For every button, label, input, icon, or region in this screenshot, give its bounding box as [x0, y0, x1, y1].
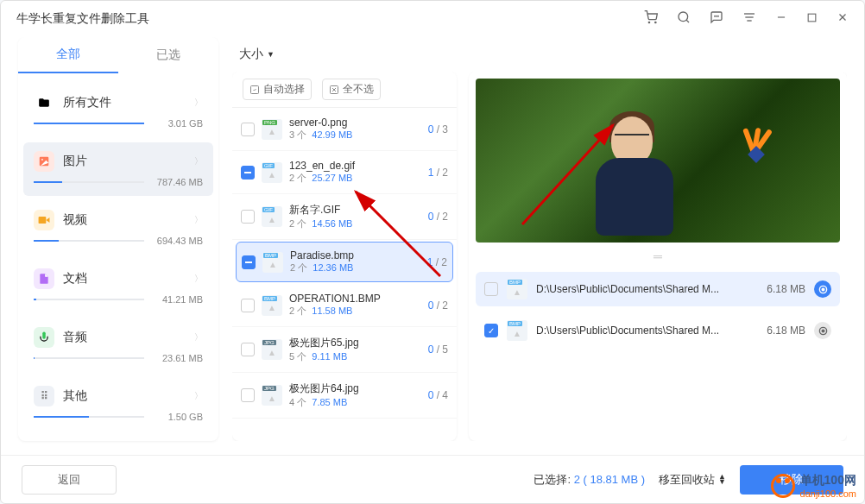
- tab-all[interactable]: 全部: [18, 37, 118, 73]
- file-count: 0 / 4: [428, 389, 448, 401]
- file-count: 0 / 5: [428, 343, 448, 356]
- vid-icon: [34, 210, 54, 230]
- path-list: BMP ▲ D:\Users\Public\Documents\Shared M…: [469, 265, 847, 441]
- file-checkbox[interactable]: [241, 299, 255, 312]
- main-panel: 大小 ▼ 自动选择 全不选: [232, 37, 847, 441]
- file-ext-badge: PNG: [262, 120, 277, 125]
- svg-point-23: [822, 288, 824, 291]
- move-recycle-dropdown[interactable]: 移至回收站 ▲▼: [659, 472, 726, 488]
- cart-icon[interactable]: [644, 10, 658, 28]
- path-size: 6.18 MB: [767, 283, 805, 295]
- menu-icon[interactable]: [742, 10, 756, 28]
- file-checkbox[interactable]: [241, 166, 255, 180]
- file-thumb-icon: BMP ▲: [262, 295, 282, 316]
- sidebar-item-aud[interactable]: 音频 〉 23.61 MB: [23, 318, 213, 372]
- titlebar: 牛学长重复文件删除工具: [1, 1, 864, 37]
- file-item[interactable]: PNG ▲ server-0.png 3 个 42.99 MB 0 / 3: [232, 108, 457, 151]
- file-item[interactable]: GIF ▲ 123_en_de.gif 2 个 25.27 MB 1 / 2: [232, 151, 457, 194]
- auto-select-button[interactable]: 自动选择: [243, 79, 312, 100]
- file-count: 0 / 2: [428, 299, 448, 312]
- file-checkbox[interactable]: [241, 123, 255, 136]
- file-name: 123_en_de.gif: [289, 160, 421, 172]
- file-checkbox[interactable]: [242, 255, 256, 269]
- sidebar-item-doc[interactable]: 文档 〉 41.21 MB: [23, 260, 213, 313]
- sort-label: 大小: [239, 47, 263, 62]
- selected-count: 2: [574, 473, 580, 486]
- preview-image: [476, 79, 840, 243]
- file-meta: 2 个 11.58 MB: [289, 305, 421, 318]
- file-ext-badge: GIF: [262, 207, 275, 212]
- file-ext-badge: BMP: [508, 280, 522, 285]
- close-icon[interactable]: [837, 11, 849, 27]
- file-checkbox[interactable]: [241, 343, 255, 356]
- svg-marker-16: [46, 217, 49, 223]
- category-size: 694.43 MB: [151, 236, 203, 246]
- file-thumb-icon: GIF ▲: [262, 162, 282, 183]
- file-ext-badge: GIF: [262, 163, 275, 168]
- file-item[interactable]: JPG ▲ 极光图片64.jpg 4 个 7.85 MB 0 / 4: [232, 373, 457, 419]
- path-thumb-icon: BMP ▲: [507, 279, 527, 299]
- back-button[interactable]: 返回: [22, 465, 117, 495]
- file-thumb-icon: PNG ▲: [262, 119, 282, 140]
- category-size: 3.01 GB: [151, 118, 203, 129]
- category-label: 文档: [63, 271, 87, 287]
- sidebar-item-all[interactable]: 所有文件 〉 3.01 GB: [23, 84, 213, 137]
- file-checkbox[interactable]: [241, 210, 255, 224]
- path-checkbox[interactable]: [484, 282, 498, 296]
- category-bar: [34, 123, 144, 124]
- file-thumb-icon: BMP ▲: [262, 252, 283, 273]
- svg-point-5: [717, 16, 717, 16]
- file-count: 1 / 2: [427, 256, 447, 268]
- titlebar-actions: [644, 10, 849, 28]
- category-label: 音频: [63, 330, 87, 345]
- path-item[interactable]: ✓ BMP ▲ D:\Users\Public\Documents\Shared…: [476, 313, 840, 348]
- locate-icon[interactable]: [814, 322, 831, 339]
- category-bar: [34, 299, 144, 300]
- category-list: 所有文件 〉 3.01 GB 图片 〉 787.46 MB 视频: [18, 73, 218, 441]
- svg-line-3: [686, 20, 689, 22]
- deselect-all-button[interactable]: 全不选: [322, 79, 381, 100]
- aud-icon: [34, 327, 54, 348]
- file-item[interactable]: BMP ▲ Paradise.bmp 2 个 12.36 MB 1 / 2: [236, 242, 453, 282]
- chat-icon[interactable]: [710, 10, 723, 28]
- sidebar: 全部 已选 所有文件 〉 3.01 GB 图片 〉 787.: [18, 37, 218, 441]
- file-thumb-icon: GIF ▲: [262, 206, 282, 227]
- file-count: 0 / 3: [428, 123, 448, 135]
- file-item[interactable]: GIF ▲ 新名字.GIF 2 个 14.56 MB 0 / 2: [232, 194, 457, 240]
- tab-selected[interactable]: 已选: [118, 37, 218, 73]
- chevron-right-icon: 〉: [194, 273, 203, 285]
- file-panel: 自动选择 全不选 PNG ▲ server-0.png 3 个 42.99 MB: [232, 72, 457, 441]
- file-item[interactable]: BMP ▲ OPERATION1.BMP 2 个 11.58 MB 0 / 2: [232, 284, 457, 327]
- sidebar-item-other[interactable]: ⠿ 其他 〉 1.50 GB: [23, 377, 213, 431]
- file-meta: 2 个 12.36 MB: [290, 261, 420, 274]
- file-meta: 2 个 14.56 MB: [289, 217, 421, 230]
- search-icon[interactable]: [677, 10, 691, 28]
- resize-handle-icon[interactable]: ═: [469, 248, 847, 265]
- category-size: 41.21 MB: [151, 294, 203, 305]
- watermark: 单机100网 danji100.com: [771, 473, 856, 499]
- sort-dropdown[interactable]: 大小 ▼: [239, 47, 275, 62]
- file-checkbox[interactable]: [241, 388, 255, 402]
- file-name: 极光图片65.jpg: [289, 336, 421, 350]
- file-list[interactable]: PNG ▲ server-0.png 3 个 42.99 MB 0 / 3 GI…: [232, 108, 457, 441]
- maximize-icon[interactable]: [806, 11, 818, 27]
- chevron-updown-icon: ▲▼: [718, 475, 726, 484]
- sidebar-item-vid[interactable]: 视频 〉 694.43 MB: [23, 201, 213, 255]
- sidebar-item-pic[interactable]: 图片 〉 787.46 MB: [23, 142, 213, 196]
- deselect-all-label: 全不选: [343, 82, 374, 97]
- path-checkbox[interactable]: ✓: [484, 324, 498, 337]
- locate-icon[interactable]: [814, 280, 831, 298]
- path-item[interactable]: BMP ▲ D:\Users\Public\Documents\Shared M…: [476, 272, 840, 306]
- selection-info: 已选择: 2 ( 18.81 MB ): [534, 472, 645, 488]
- file-name: 极光图片64.jpg: [289, 381, 421, 396]
- minimize-icon[interactable]: [775, 11, 787, 27]
- chevron-down-icon: ▼: [267, 50, 275, 59]
- file-ext-badge: BMP: [263, 253, 278, 258]
- chevron-right-icon: 〉: [194, 214, 203, 226]
- selected-label: 已选择:: [534, 473, 571, 486]
- chevron-right-icon: 〉: [194, 155, 203, 167]
- svg-rect-11: [808, 14, 816, 22]
- file-item[interactable]: JPG ▲ 极光图片65.jpg 5 个 9.11 MB 0 / 5: [232, 327, 457, 373]
- category-size: 787.46 MB: [151, 177, 203, 187]
- selected-size: 18.81 MB: [590, 473, 638, 486]
